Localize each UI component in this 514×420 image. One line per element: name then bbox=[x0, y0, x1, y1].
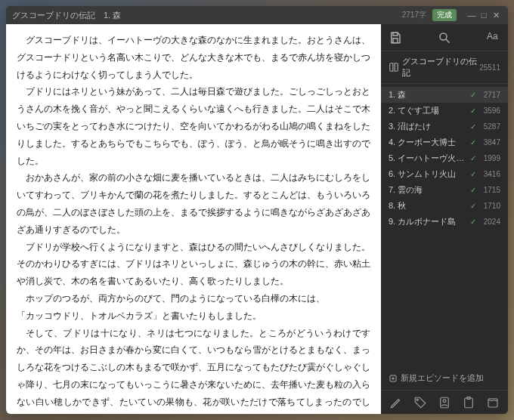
episode-label: 8. 秋 bbox=[389, 200, 467, 212]
episode-count: 1999 bbox=[476, 154, 500, 162]
paragraph: 「カッコウドリ、トオルベカラズ」と書いたりもしました。 bbox=[17, 307, 370, 325]
paragraph: そして、ブドリは十になり、ネリは七つになりました。ところがどういうわけですか、そ… bbox=[17, 325, 370, 414]
episode-label: 1. 森 bbox=[389, 89, 467, 100]
check-icon: ✓ bbox=[470, 218, 476, 226]
episode-count: 2024 bbox=[476, 218, 500, 226]
episode-count: 5287 bbox=[476, 122, 500, 131]
char-count: 2717字 bbox=[402, 10, 426, 20]
sidebar: Aa グスコーブドリの伝記 25511 1. 森✓27172. てぐす工場✓35… bbox=[381, 24, 508, 414]
book-icon bbox=[389, 62, 399, 73]
paragraph: おかあさんが、家の前の小さな畑に麦を播いているときは、二人はみちにむしろをしいて… bbox=[17, 169, 370, 238]
episode-item[interactable]: 5. イーハトーヴ火山局✓1999 bbox=[381, 150, 508, 166]
font-size-icon[interactable]: Aa bbox=[487, 31, 500, 45]
editor-pane[interactable]: グスコーブドリは、イーハトーヴの大きな森のなかに生まれました。おとうさんは、グス… bbox=[6, 24, 381, 414]
pen-icon[interactable] bbox=[389, 396, 403, 409]
episode-label: 5. イーハトーヴ火山局 bbox=[389, 153, 467, 164]
titlebar: グスコーブドリの伝記 1. 森 2717字 完成 — □ ✕ bbox=[6, 6, 508, 24]
check-icon: ✓ bbox=[470, 154, 476, 162]
episode-item[interactable]: 1. 森✓2717 bbox=[381, 87, 508, 103]
total-count: 25511 bbox=[479, 63, 500, 72]
episode-label: 9. カルボナード島 bbox=[389, 216, 467, 227]
sidebar-toolbar: Aa bbox=[381, 24, 508, 51]
paragraph: グスコーブドリは、イーハトーヴの大きな森のなかに生まれました。おとうさんは、グス… bbox=[17, 32, 370, 83]
episode-item[interactable]: 3. 沼ばたけ✓5287 bbox=[381, 119, 508, 134]
episode-label: 2. てぐす工場 bbox=[389, 105, 467, 116]
check-icon: ✓ bbox=[470, 170, 476, 178]
episode-label: 7. 雲の海 bbox=[389, 184, 467, 196]
status-badge: 完成 bbox=[432, 9, 457, 21]
episode-count: 1710 bbox=[476, 202, 500, 210]
episode-label: 6. サンムトリ火山 bbox=[389, 168, 467, 180]
note-icon[interactable] bbox=[486, 396, 500, 409]
person-icon[interactable] bbox=[438, 396, 451, 409]
check-icon: ✓ bbox=[470, 186, 476, 194]
plus-icon bbox=[389, 374, 398, 383]
check-icon: ✓ bbox=[470, 122, 476, 131]
episode-list: 1. 森✓27172. てぐす工場✓35963. 沼ばたけ✓52874. クーボ… bbox=[381, 84, 508, 366]
svg-point-7 bbox=[416, 399, 418, 400]
clipboard-icon[interactable] bbox=[462, 396, 475, 409]
maximize-button[interactable]: □ bbox=[478, 11, 490, 20]
svg-rect-0 bbox=[393, 32, 398, 36]
search-icon[interactable] bbox=[438, 31, 451, 45]
paragraph: ブドリにはネリという妹があって、二人は毎日森で遊びました。ごしっごしっとおとうさ… bbox=[17, 83, 370, 169]
episode-item[interactable]: 7. 雲の海✓1715 bbox=[381, 182, 508, 198]
episode-item[interactable]: 8. 秋✓1710 bbox=[381, 198, 508, 214]
bottom-toolbar bbox=[381, 390, 508, 414]
check-icon: ✓ bbox=[470, 138, 476, 147]
episode-item[interactable]: 4. クーボー大博士✓3847 bbox=[381, 134, 508, 150]
check-icon: ✓ bbox=[470, 107, 476, 115]
episode-item[interactable]: 9. カルボナード島✓2024 bbox=[381, 214, 508, 230]
episode-label: 4. クーボー大博士 bbox=[389, 137, 467, 148]
svg-line-3 bbox=[446, 39, 450, 43]
add-episode-button[interactable]: 新規エピソードを追加 bbox=[381, 366, 508, 390]
episode-count: 3596 bbox=[476, 107, 500, 115]
window-title: グスコーブドリの伝記 1. 森 bbox=[12, 10, 121, 21]
episode-count: 3847 bbox=[476, 138, 500, 147]
document-header[interactable]: グスコーブドリの伝記 25511 bbox=[381, 51, 508, 84]
paragraph: ブドリが学校へ行くようになりますと、森はひるの間たいへんさびしくなりました。その… bbox=[17, 239, 370, 290]
check-icon: ✓ bbox=[470, 202, 476, 210]
svg-point-2 bbox=[440, 33, 447, 40]
main-area: グスコーブドリは、イーハトーヴの大きな森のなかに生まれました。おとうさんは、グス… bbox=[6, 24, 508, 414]
episode-count: 2717 bbox=[476, 91, 500, 99]
document-title: グスコーブドリの伝記 bbox=[402, 56, 479, 79]
app-window: グスコーブドリの伝記 1. 森 2717字 完成 — □ ✕ グスコーブドリは、… bbox=[6, 6, 508, 414]
check-icon: ✓ bbox=[470, 91, 476, 99]
close-button[interactable]: ✕ bbox=[490, 11, 502, 20]
episode-count: 1715 bbox=[476, 186, 500, 194]
episode-item[interactable]: 6. サンムトリ火山✓3416 bbox=[381, 166, 508, 182]
svg-rect-1 bbox=[393, 38, 398, 42]
episode-label: 3. 沼ばたけ bbox=[389, 121, 467, 132]
episode-item[interactable]: 2. てぐす工場✓3596 bbox=[381, 103, 508, 119]
minimize-button[interactable]: — bbox=[466, 11, 478, 20]
add-episode-label: 新規エピソードを追加 bbox=[401, 372, 484, 384]
svg-point-9 bbox=[443, 399, 446, 402]
paragraph: ホップのつるが、両方からのびて、門のようになっている白樺の木には、 bbox=[17, 290, 370, 307]
tag-icon[interactable] bbox=[413, 396, 427, 409]
episode-count: 3416 bbox=[476, 170, 500, 178]
save-icon[interactable] bbox=[389, 31, 402, 45]
